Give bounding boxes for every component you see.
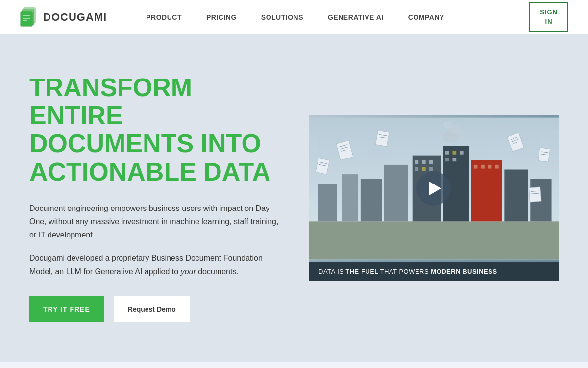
svg-rect-10 (361, 179, 382, 222)
svg-rect-31 (495, 165, 499, 169)
nav-item-pricing[interactable]: PRICING (206, 13, 237, 21)
svg-rect-22 (429, 167, 433, 171)
svg-rect-28 (474, 165, 478, 169)
svg-rect-15 (504, 169, 528, 221)
svg-rect-2 (21, 12, 32, 26)
nav-links: PRODUCT PRICING SOLUTIONS GENERATIVE AI … (146, 13, 529, 21)
hero-desc-1: Document engineering empowers business u… (29, 202, 279, 242)
nav-item-generative-ai[interactable]: GENERATIVE AI (328, 13, 384, 21)
logo-icon (20, 6, 38, 28)
svg-rect-25 (460, 151, 464, 155)
try-it-free-button[interactable]: TRY IT FREE (29, 296, 104, 322)
hero-desc-2: Docugami developed a proprietary Busines… (29, 251, 279, 278)
svg-rect-21 (422, 167, 426, 171)
nav-item-product[interactable]: PRODUCT (146, 13, 182, 21)
svg-rect-27 (452, 158, 456, 161)
svg-rect-26 (445, 158, 449, 161)
hero-buttons: TRY IT FREE Request Demo (29, 296, 279, 322)
svg-rect-29 (481, 165, 485, 169)
logo-link[interactable]: DOCUGAMI (20, 6, 107, 28)
bottom-section: Docugami works with innovative industry … (0, 362, 588, 368)
logo-text: DOCUGAMI (43, 11, 107, 24)
svg-rect-17 (415, 160, 419, 164)
nav-item-company[interactable]: COMPANY (408, 13, 444, 21)
play-icon (429, 182, 441, 195)
video-play-button[interactable] (416, 171, 451, 206)
svg-point-34 (443, 121, 452, 128)
hero-title: TRANSFORM ENTIRE DOCUMENTS INTO ACTIONAB… (29, 74, 279, 186)
hero-video: DATA IS THE FUEL THAT POWERS MODERN BUSI… (309, 115, 559, 281)
svg-rect-7 (309, 221, 559, 259)
svg-rect-39 (375, 131, 389, 146)
svg-rect-9 (342, 174, 358, 221)
svg-rect-46 (538, 148, 550, 162)
svg-rect-30 (488, 165, 492, 169)
video-thumbnail (309, 115, 559, 262)
svg-rect-8 (318, 184, 337, 221)
svg-rect-24 (452, 151, 456, 155)
svg-rect-11 (384, 165, 408, 221)
request-demo-button[interactable]: Request Demo (114, 296, 190, 322)
svg-rect-20 (415, 167, 419, 171)
sign-in-button[interactable]: SIGN IN (529, 2, 568, 31)
video-caption: DATA IS THE FUEL THAT POWERS MODERN BUSI… (309, 262, 559, 281)
hero-section: TRANSFORM ENTIRE DOCUMENTS INTO ACTIONAB… (0, 34, 588, 362)
svg-rect-14 (471, 160, 502, 221)
svg-rect-19 (429, 160, 433, 164)
svg-rect-49 (529, 187, 541, 202)
hero-content: TRANSFORM ENTIRE DOCUMENTS INTO ACTIONAB… (29, 74, 279, 322)
svg-rect-18 (422, 160, 426, 164)
nav-item-solutions[interactable]: SOLUTIONS (261, 13, 303, 21)
navbar: DOCUGAMI PRODUCT PRICING SOLUTIONS GENER… (0, 0, 588, 34)
svg-rect-23 (445, 151, 449, 155)
